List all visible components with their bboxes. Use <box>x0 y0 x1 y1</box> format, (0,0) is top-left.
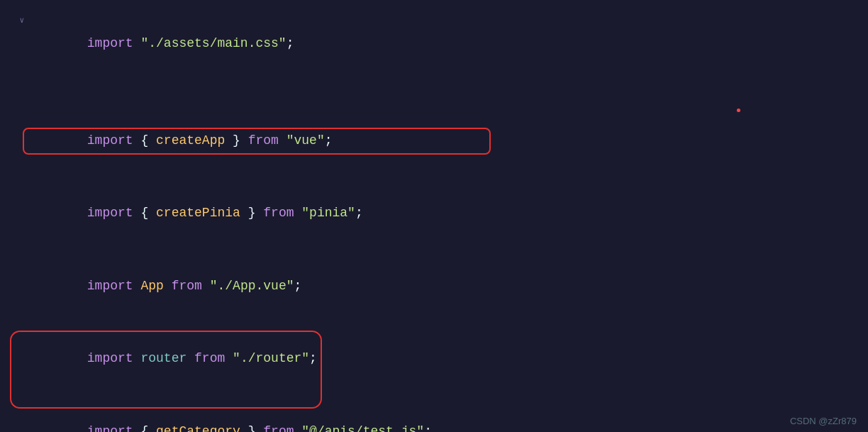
code-content-5: import App from "./App.vue"; <box>41 250 854 323</box>
brace-open-4: { <box>140 206 156 220</box>
kw-import-6: import <box>87 351 141 365</box>
kw-from-5: from <box>172 279 210 293</box>
kw-from-4: from <box>263 206 301 220</box>
fn-getCategory: getCategory <box>156 424 240 432</box>
brace-close-4: } <box>240 206 263 220</box>
kw-import-3: import <box>87 133 141 148</box>
brace-open-3: { <box>140 133 156 148</box>
fold-icon-1[interactable]: ∨ <box>19 13 24 28</box>
str-pinia: "pinia" <box>301 206 355 220</box>
space-5 <box>164 279 172 293</box>
semi-5: ; <box>294 279 302 293</box>
var-App: App <box>140 279 163 293</box>
code-line-1: ∨ import "./assets/main.css"; <box>0 7 868 80</box>
kw-import-5: import <box>87 279 141 293</box>
str-vue: "vue" <box>286 133 325 148</box>
brace-close-7: } <box>240 424 263 432</box>
fn-createPinia: createPinia <box>156 206 240 220</box>
semi-3: ; <box>325 133 333 148</box>
code-content-7: import { getCategory } from "@/apis/test… <box>41 395 854 432</box>
space-6 <box>187 351 194 365</box>
str-router: "./router" <box>233 351 309 365</box>
code-line-7: import { getCategory } from "@/apis/test… <box>0 395 868 432</box>
code-line-5: import App from "./App.vue"; <box>0 250 868 323</box>
str-apis-test: "@/apis/test.js" <box>301 424 424 432</box>
kw-from-3: from <box>248 133 286 148</box>
empty-line-2 <box>0 80 868 104</box>
keyword-import: import <box>87 36 141 50</box>
code-content-1: import "./assets/main.css"; <box>41 7 854 80</box>
code-line-4: import { createPinia } from "pinia"; <box>0 177 868 250</box>
code-line-6: import router from "./router"; <box>0 322 868 395</box>
code-content-6: import router from "./router"; <box>41 322 854 395</box>
semi-6: ; <box>309 351 317 365</box>
semicolon: ; <box>286 36 294 50</box>
var-router: router <box>140 351 187 365</box>
editor-container: ∨ import "./assets/main.css"; import { c… <box>0 0 868 432</box>
code-line-3: import { createApp } from "vue"; <box>0 104 868 177</box>
kw-from-7: from <box>263 424 301 432</box>
kw-import-4: import <box>87 206 141 220</box>
code-content-3: import { createApp } from "vue"; <box>41 104 854 177</box>
kw-from-6: from <box>194 351 233 365</box>
semi-7: ; <box>424 424 432 432</box>
string-assets: "./assets/main.css" <box>140 36 286 50</box>
str-app-vue: "./App.vue" <box>210 279 294 293</box>
red-dot-indicator <box>737 109 740 112</box>
kw-import-7: import <box>87 424 141 432</box>
brace-close-3: } <box>225 133 247 148</box>
semi-4: ; <box>355 206 363 220</box>
code-content-4: import { createPinia } from "pinia"; <box>41 177 854 250</box>
line-number-1: ∨ <box>7 13 27 28</box>
brace-open-7: { <box>140 424 156 432</box>
csdn-watermark: CSDN @zZr879 <box>790 416 857 426</box>
fn-createApp: createApp <box>156 133 225 148</box>
